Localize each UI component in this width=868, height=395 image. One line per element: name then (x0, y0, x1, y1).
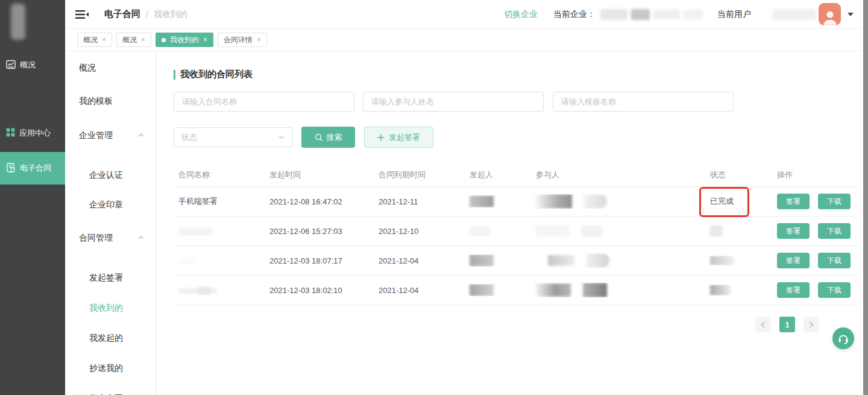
redacted-text (653, 10, 680, 19)
redacted-text (710, 225, 722, 237)
menu-item-enterprise-seal[interactable]: 企业印章 (89, 198, 123, 210)
contract-name-redacted (174, 226, 265, 236)
initiated-time: 2021-12-03 18:02:10 (265, 286, 374, 295)
redacted-text (470, 195, 494, 207)
sign-button[interactable]: 签署 (777, 282, 810, 298)
contract-name-input[interactable] (174, 92, 354, 112)
tabbar: 概况 × 概况 × 我收到的 × 合同详情 × (65, 29, 863, 51)
menu-group-contract[interactable]: 合同管理 (79, 232, 113, 244)
tab-contract-detail[interactable]: 合同详情 × (218, 33, 267, 47)
row-actions: 签署 下载 (772, 194, 858, 209)
secondary-sidebar: 概况 我的模板 企业管理 企业认证 企业印章 合同管理 发起签署 我收到的 我发… (65, 51, 156, 395)
redacted-text (587, 253, 609, 268)
close-icon[interactable]: × (102, 36, 106, 44)
table-header-row: 合同名称 发起时间 合同到期时间 发起人 参与人 状态 操作 (174, 163, 858, 187)
download-button[interactable]: 下载 (818, 253, 851, 268)
initiated-time: 2021-12-06 15:27:03 (265, 227, 374, 236)
redacted-text (773, 9, 816, 20)
sidebar-item-econtract[interactable]: 电子合同 (0, 152, 65, 185)
menu-group-enterprise[interactable]: 企业管理 (79, 129, 113, 141)
chevron-left-icon (761, 321, 766, 328)
tab-label: 概况 (122, 35, 137, 45)
menu-item-cc-me[interactable]: 抄送我的 (89, 362, 123, 374)
download-button[interactable]: 下载 (818, 194, 851, 209)
page-title: 我收到的合同列表 (180, 69, 253, 80)
table-row: 2021-12-06 15:27:03 2021-12-10 签署 下载 (174, 216, 858, 246)
table-row: 手机端签署 2021-12-08 16:47:02 2021-12-11 已完成… (174, 187, 858, 216)
col-contract-name: 合同名称 (174, 169, 265, 180)
menu-item-overview[interactable]: 概况 (79, 62, 96, 74)
expire-time: 2021-12-04 (374, 286, 465, 295)
table-row: 2021-12-03 18:02:10 2021-12-04 签署 下载 (174, 276, 858, 305)
search-button[interactable]: 搜索 (301, 127, 355, 148)
topbar: 电子合同 / 我收到的 切换企业 当前企业： 当前用户 (65, 0, 863, 29)
col-initiated-time: 发起时间 (265, 169, 374, 180)
menu-item-initiated-by-me[interactable]: 我发起的 (89, 332, 123, 344)
initiated-time: 2021-12-03 18:07:17 (265, 256, 374, 265)
menu-item-received[interactable]: 我收到的 (89, 302, 123, 314)
user-menu-caret-icon[interactable] (848, 13, 854, 16)
sign-button[interactable]: 签署 (777, 194, 810, 209)
template-name-input[interactable] (553, 92, 734, 112)
redacted-text (631, 9, 650, 20)
tab-overview-1[interactable]: 概况 × (77, 33, 112, 47)
participants-redacted (531, 253, 705, 268)
prev-page-button[interactable] (755, 317, 771, 332)
tab-overview-2[interactable]: 概况 × (116, 33, 151, 47)
close-icon[interactable]: × (257, 36, 261, 44)
sidebar-item-label: 电子合同 (20, 163, 51, 174)
expire-time: 2021-12-10 (374, 227, 465, 236)
menu-item-my-templates[interactable]: 我的模板 (79, 95, 113, 107)
pagination: 1 (755, 317, 819, 332)
initiator-redacted (465, 226, 531, 236)
table-row: 2021-12-03 18:07:17 2021-12-04 签署 下载 (174, 246, 858, 276)
status-value: 已完成 (705, 196, 772, 207)
chevron-up-icon[interactable] (138, 133, 144, 137)
redacted-text (470, 254, 494, 267)
participants-redacted (531, 283, 705, 297)
close-icon[interactable]: × (203, 36, 207, 44)
current-user-redacted (773, 9, 816, 20)
menu-item-enterprise-cert[interactable]: 企业认证 (89, 169, 123, 181)
section-title: 我收到的合同列表 (174, 69, 253, 80)
switch-company-link[interactable]: 切换企业 (504, 9, 538, 20)
participants-redacted (531, 225, 705, 237)
menu-item-initiate-sign[interactable]: 发起签署 (89, 271, 123, 283)
next-page-button[interactable] (804, 317, 819, 332)
main-content: 我收到的合同列表 状态 搜索 发起签署 合同名称 (156, 51, 863, 395)
close-icon[interactable]: × (141, 36, 145, 44)
sign-button[interactable]: 签署 (777, 253, 810, 268)
menu-item-voided[interactable]: 作废合同 (89, 392, 123, 395)
headset-icon (837, 332, 850, 345)
sidebar-item-overview[interactable]: 概况 (0, 53, 65, 77)
collapse-menu-icon[interactable] (75, 9, 89, 20)
col-initiator: 发起人 (465, 169, 531, 180)
status-redacted (705, 285, 772, 295)
initiator-redacted (465, 195, 531, 207)
participant-name-input[interactable] (363, 92, 544, 112)
download-button[interactable]: 下载 (818, 223, 851, 239)
initiate-sign-button[interactable]: 发起签署 (364, 127, 433, 148)
user-avatar[interactable] (819, 3, 841, 25)
redacted-text (584, 194, 607, 209)
search-icon (315, 133, 323, 142)
contract-name: 手机端签署 (174, 196, 265, 207)
sidebar-item-app-center[interactable]: 应用中心 (0, 121, 65, 145)
chevron-up-icon[interactable] (138, 236, 144, 239)
customer-service-button[interactable] (832, 327, 854, 349)
initiator-redacted (465, 254, 531, 267)
col-status: 状态 (705, 169, 772, 180)
download-button[interactable]: 下载 (818, 282, 851, 298)
row-actions: 签署 下载 (772, 282, 858, 298)
status-select[interactable]: 状态 (174, 127, 293, 147)
redacted-text (582, 225, 602, 237)
breadcrumb-separator: / (146, 10, 148, 19)
page-number-1[interactable]: 1 (779, 317, 795, 332)
redacted-text (583, 283, 607, 297)
tab-received[interactable]: 我收到的 × (156, 33, 213, 47)
vertical-scrollbar[interactable] (863, 0, 868, 395)
redacted-text (198, 287, 211, 295)
sign-button[interactable]: 签署 (777, 223, 810, 239)
redacted-text (178, 258, 197, 264)
breadcrumb-root[interactable]: 电子合同 (104, 8, 140, 20)
